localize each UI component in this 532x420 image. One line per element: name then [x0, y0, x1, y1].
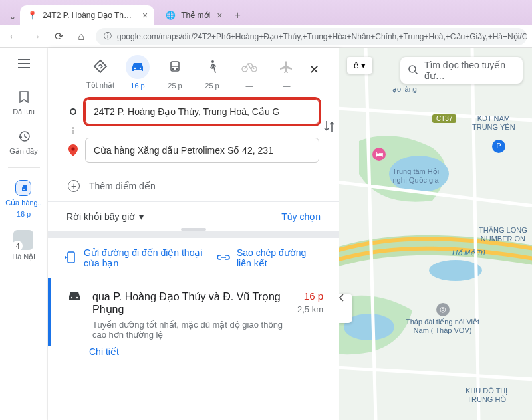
phone-send-icon: [64, 251, 77, 266]
svg-point-6: [172, 68, 174, 69]
tab-title: Thẻ mới: [181, 11, 210, 20]
mode-label: 25 p: [168, 82, 182, 90]
svg-point-7: [176, 68, 178, 69]
route-time: 16 p: [297, 290, 323, 302]
svg-point-3: [134, 67, 136, 68]
map-poi[interactable]: ◎Tháp đài tiếng nói Việt Nam ( Tháp VOV): [406, 303, 479, 335]
mode-label: 25 p: [205, 82, 219, 90]
depart-time-dropdown[interactable]: Rời khỏi bây giờ ▾: [66, 211, 144, 222]
destination-input[interactable]: Cửa hàng Xăng dầu Petrolimex Số 42, 231: [85, 138, 319, 163]
mode-car[interactable]: 16 p: [122, 55, 154, 90]
address-bar[interactable]: ⓘ google.com/maps/dir/24T2+Phố+Hoàng+Đạo…: [96, 28, 527, 45]
svg-point-8: [211, 60, 214, 63]
mode-label: —: [246, 82, 253, 90]
diamond-icon: [88, 54, 112, 78]
walk-icon: [200, 55, 224, 79]
hotel-icon: 🛏: [372, 148, 386, 161]
bookmark-icon: [16, 89, 32, 105]
svg-point-14: [71, 297, 72, 298]
reload-button[interactable]: ⟳: [51, 29, 66, 45]
mode-label: —: [283, 82, 291, 90]
send-to-phone-button[interactable]: Gửi đường đi đến điện thoại của bạn: [64, 247, 217, 268]
layers-label: ê: [354, 60, 358, 70]
origin-row: 24T2 P. Hoàng Đạo Thúy, Trung Hoà, Cầu G: [68, 99, 319, 124]
route-options-button[interactable]: Tùy chọn: [281, 211, 321, 222]
tab-dropdown[interactable]: ⌄: [5, 12, 20, 21]
home-button[interactable]: ⌂: [73, 29, 89, 45]
map-poi[interactable]: 🛏: [372, 148, 386, 162]
history-icon: [16, 128, 32, 144]
mode-label: Tốt nhất: [86, 81, 114, 90]
svg-point-4: [140, 67, 141, 68]
svg-point-19: [429, 260, 482, 281]
new-tab-button[interactable]: +: [234, 9, 240, 21]
mode-transit[interactable]: 25 p: [159, 55, 191, 90]
tab-title: 24T2 P. Hoàng Đạo Thúy đến C: [43, 11, 136, 20]
svg-point-15: [76, 297, 78, 298]
destination-marker-icon: [68, 144, 78, 156]
collapse-panel-button[interactable]: [339, 294, 352, 323]
drag-handle[interactable]: [48, 231, 339, 238]
add-destination-button[interactable]: + Thêm điểm đến: [48, 176, 339, 201]
send-label: Gửi đường đi đến điện thoại của bạn: [84, 247, 203, 268]
forward-button[interactable]: →: [28, 29, 44, 45]
mode-flight[interactable]: —: [271, 55, 303, 90]
map-label: Hồ Mễ Trì: [452, 249, 485, 257]
rail-saved[interactable]: Đã lưu: [13, 89, 35, 116]
chevron-down-icon: ▾: [139, 211, 144, 222]
map-label: THĂNG LONG NUMBER ON: [479, 226, 527, 243]
rail-label: Đã lưu: [13, 108, 35, 116]
mode-best[interactable]: Tốt nhất: [84, 54, 116, 90]
bike-icon: [237, 55, 261, 79]
map-label: ạo làng: [392, 85, 417, 94]
close-icon[interactable]: ×: [217, 10, 222, 21]
search-along-route[interactable]: Tìm dọc theo tuyến đư…: [400, 57, 523, 84]
mode-bike[interactable]: —: [233, 55, 265, 90]
divider: [8, 167, 40, 168]
map-label: KHU ĐÔ THỊ TRUNG HÒ: [466, 387, 507, 404]
map-poi[interactable]: P: [492, 140, 505, 154]
swap-button[interactable]: [323, 119, 335, 136]
svg-rect-13: [68, 252, 74, 262]
browser-tab-active[interactable]: 📍 24T2 P. Hoàng Đạo Thúy đến C ×: [20, 5, 154, 25]
car-icon: [15, 180, 31, 196]
rail-recent[interactable]: Gần đây: [9, 128, 37, 156]
map-canvas[interactable]: ê ▾ Tìm dọc theo tuyến đư… ạo làng KDT N…: [339, 48, 532, 420]
place-thumbnail: 4: [13, 230, 33, 250]
rail-place[interactable]: 4 Hà Nội: [12, 230, 35, 261]
rail-time: 16 p: [17, 210, 31, 218]
route-description: Tuyến đường tốt nhất, mặc dù mật độ giao…: [92, 320, 288, 340]
car-icon: [126, 55, 150, 79]
link-icon: [217, 253, 230, 264]
close-icon[interactable]: ×: [142, 10, 148, 21]
depart-label: Rời khỏi bây giờ: [66, 211, 135, 222]
site-info-icon[interactable]: ⓘ: [104, 31, 112, 42]
rail-route[interactable]: Cửa hàng.. 16 p: [5, 180, 42, 218]
mode-label: 16 p: [130, 82, 144, 90]
copy-link-button[interactable]: Sao chép đường liên kết: [217, 247, 323, 268]
browser-tab[interactable]: 🌐 Thẻ mới ×: [158, 5, 229, 25]
copy-label: Sao chép đường liên kết: [237, 247, 323, 268]
mode-walk[interactable]: 25 p: [196, 55, 228, 90]
car-icon: [67, 290, 83, 340]
transit-icon: [163, 55, 187, 79]
menu-button[interactable]: [15, 54, 33, 73]
pin-icon: 📍: [27, 10, 37, 21]
svg-point-20: [409, 66, 416, 72]
destination-row: Cửa hàng Xăng dầu Petrolimex Số 42, 231: [68, 138, 319, 163]
route-details-button[interactable]: Chi tiết: [48, 346, 339, 368]
close-directions-button[interactable]: ✕: [309, 62, 319, 77]
map-label: KDT NAM TRUNG YÊN: [472, 114, 515, 132]
back-button[interactable]: ←: [5, 29, 21, 45]
route-distance: 2,5 km: [297, 304, 323, 314]
search-placeholder: Tìm dọc theo tuyến đư…: [424, 60, 515, 81]
origin-marker-icon: [68, 108, 78, 116]
globe-icon: 🌐: [165, 10, 176, 21]
stop-connector: •••: [68, 127, 78, 135]
directions-panel: Tốt nhất 16 p 25 p 25 p — — ✕: [48, 48, 339, 420]
plus-icon: +: [68, 180, 80, 192]
map-poi[interactable]: Trung tâm Hội nghị Quốc gia: [392, 167, 439, 185]
origin-input[interactable]: 24T2 P. Hoàng Đạo Thúy, Trung Hoà, Cầu G: [85, 99, 319, 124]
layers-button[interactable]: ê ▾: [347, 57, 372, 74]
route-card[interactable]: qua P. Hoàng Đạo Thúy và Đ. Vũ Trọng Phụ…: [48, 278, 339, 346]
